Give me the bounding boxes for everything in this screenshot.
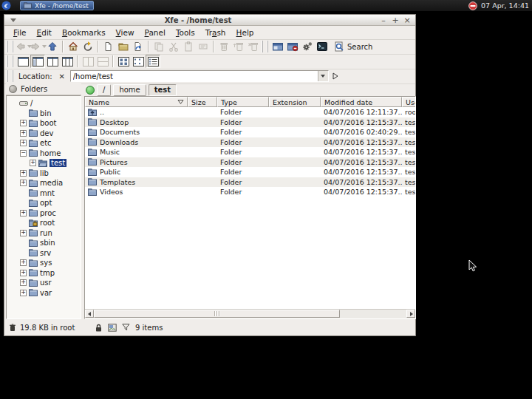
tree-item-root-fs[interactable]: / (7, 98, 81, 109)
tree-item-etc[interactable]: +etc (7, 138, 81, 149)
toolbar-handle[interactable] (7, 55, 13, 67)
file-row-Music[interactable]: MusicFolder04/07/2016 12:15:37...test (85, 147, 415, 157)
expand-icon[interactable]: + (20, 279, 27, 286)
menu-panel[interactable]: Panel (140, 27, 171, 38)
expand-icon[interactable]: + (20, 130, 27, 137)
scroll-left-button[interactable] (85, 310, 94, 318)
tree-item-tmp[interactable]: +tmp (7, 268, 81, 279)
expand-icon[interactable]: + (20, 230, 27, 236)
close-button[interactable]: × (403, 16, 411, 24)
clear-location-button[interactable]: ✕ (57, 72, 67, 81)
file-row-Pictures[interactable]: PicturesFolder04/07/2016 12:15:37...test (85, 157, 415, 168)
tree-item-root[interactable]: root (7, 218, 81, 228)
tree-item-srv[interactable]: srv (7, 248, 81, 259)
breadcrumb-root[interactable]: / (97, 84, 111, 96)
tree-and-two-panels-button[interactable] (60, 55, 75, 68)
tree-item-dev[interactable]: +dev (7, 129, 81, 139)
file-row-Desktop[interactable]: DesktopFolder04/07/2016 12:15:37...test (85, 117, 415, 128)
scrollbar-track[interactable] (340, 310, 406, 318)
expand-icon[interactable]: + (20, 180, 27, 186)
titlebar[interactable]: Xfe - /home/test –+× (4, 15, 415, 26)
menu-view[interactable]: View (111, 27, 140, 38)
no-entry-icon[interactable] (468, 1, 477, 10)
padlock-icon[interactable] (95, 324, 103, 332)
file-row-Downloads[interactable]: DownloadsFolder04/07/2016 12:15:37...tes… (85, 137, 415, 148)
new-file-button[interactable] (101, 40, 116, 53)
location-input[interactable] (71, 71, 318, 81)
file-row-Documents[interactable]: DocumentsFolder04/07/2016 02:40:29...tes… (85, 127, 415, 137)
thumbnails-icon[interactable] (108, 324, 117, 332)
filter-icon[interactable] (122, 324, 130, 331)
column-header-user[interactable]: User (402, 97, 416, 107)
file-row-Videos[interactable]: VideosFolder04/07/2016 12:15:37...test (85, 187, 415, 197)
toolbar-handle[interactable] (262, 41, 268, 52)
go-button[interactable] (332, 72, 338, 80)
search-button[interactable]: Search (330, 40, 376, 53)
execute-command-button[interactable] (300, 40, 315, 53)
column-header-type[interactable]: Type (217, 97, 269, 107)
scroll-right-button[interactable] (406, 310, 415, 318)
expand-icon[interactable]: + (20, 259, 27, 266)
location-dropdown-button[interactable] (318, 71, 328, 81)
tree-item-lib[interactable]: +lib (7, 168, 81, 179)
two-panels-button[interactable] (45, 55, 60, 68)
go-up-button[interactable] (45, 40, 60, 53)
file-row-[interactable]: ..Folder04/07/2016 12:11:37...root (85, 107, 415, 117)
collapse-icon[interactable]: − (20, 150, 27, 157)
tree-item-home[interactable]: −home (7, 149, 81, 159)
tree-item-sys[interactable]: +sys (7, 258, 81, 268)
expand-icon[interactable]: + (20, 270, 27, 276)
wm-logo-icon[interactable] (1, 1, 11, 10)
small-icons-view-button[interactable] (131, 55, 146, 68)
expand-icon[interactable]: + (20, 120, 27, 126)
menu-file[interactable]: File (8, 27, 32, 38)
column-header-name[interactable]: Name (85, 97, 188, 107)
file-row-Templates[interactable]: TemplatesFolder04/07/2016 12:15:37...tes… (85, 177, 415, 188)
tree-item-media[interactable]: +media (7, 178, 81, 188)
detailed-list-view-button[interactable] (146, 55, 160, 68)
file-row-Public[interactable]: PublicFolder04/07/2016 12:15:37...test (85, 167, 415, 177)
active-panel-indicator[interactable] (86, 86, 95, 95)
tree-item-mnt[interactable]: mnt (7, 188, 81, 199)
expand-icon[interactable]: + (20, 140, 27, 146)
new-symlink-button[interactable] (131, 40, 146, 53)
expand-icon[interactable]: + (20, 210, 27, 216)
refresh-button[interactable] (81, 40, 95, 53)
big-icons-view-button[interactable] (116, 55, 131, 68)
window-menu-icon[interactable] (10, 18, 16, 22)
tree-item-sbin[interactable]: sbin (7, 238, 81, 248)
tree-item-proc[interactable]: +proc (7, 208, 81, 219)
minimize-button[interactable]: – (380, 16, 387, 24)
horizontal-scrollbar[interactable] (85, 309, 415, 318)
tree-item-run[interactable]: +run (7, 228, 81, 239)
expand-icon[interactable]: + (20, 290, 27, 296)
tree-item-boot[interactable]: +boot (7, 118, 81, 129)
column-header-extension[interactable]: Extension (269, 97, 321, 107)
tree-item-usr[interactable]: +usr (7, 278, 81, 288)
menu-edit[interactable]: Edit (32, 27, 57, 38)
tree-item-test[interactable]: +test (7, 158, 81, 168)
new-folder-button[interactable] (116, 40, 131, 53)
terminal-button[interactable] (315, 40, 330, 53)
menu-trash[interactable]: Trash (200, 27, 231, 38)
taskbar-window-button[interactable]: Xfe - /home/test (20, 1, 94, 10)
tree-item-var[interactable]: +var (7, 288, 81, 299)
new-root-window-button[interactable] (285, 40, 300, 53)
tree-item-opt[interactable]: opt (7, 198, 81, 208)
column-header-size[interactable]: Size (188, 97, 217, 107)
menu-help[interactable]: Help (231, 27, 259, 38)
go-home-button[interactable] (66, 40, 81, 53)
breadcrumb-test[interactable]: test (149, 84, 177, 96)
toolbar-handle[interactable] (7, 41, 13, 52)
scrollbar-thumb[interactable] (94, 310, 340, 318)
maximize-button[interactable]: + (392, 16, 399, 24)
breadcrumb-home[interactable]: home (113, 84, 146, 96)
menu-bookmarks[interactable]: Bookmarks (57, 27, 111, 38)
expand-icon[interactable]: + (30, 160, 36, 166)
tree-and-panel-button[interactable] (30, 55, 45, 68)
tree-item-bin[interactable]: bin (7, 109, 81, 119)
column-header-modified-date[interactable]: Modified date (321, 97, 402, 107)
expand-icon[interactable]: + (20, 170, 27, 177)
menu-tools[interactable]: Tools (171, 27, 200, 38)
one-panel-button[interactable] (16, 55, 30, 68)
